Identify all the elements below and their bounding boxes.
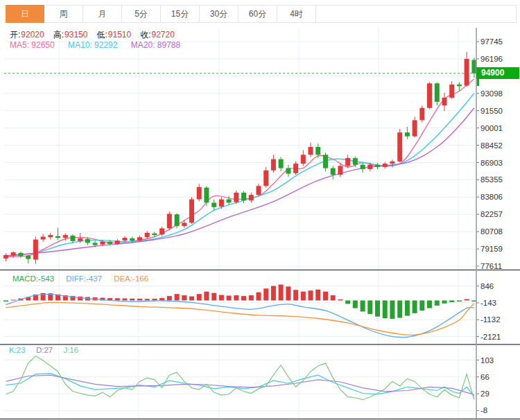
k-value: K:23 <box>9 346 26 354</box>
tab-monthly[interactable]: 月 <box>83 5 122 23</box>
svg-text:93098: 93098 <box>480 89 503 98</box>
tab-60min[interactable]: 60分 <box>239 5 277 23</box>
j-value: J:16 <box>63 346 78 354</box>
tab-15min[interactable]: 15分 <box>161 5 200 23</box>
ma10-value: MA10: 92292 <box>68 40 117 50</box>
svg-text:88452: 88452 <box>480 141 503 150</box>
ma-readout: MA5: 92650 MA10: 92292 MA20: 89788 <box>10 40 191 50</box>
d-value: D:27 <box>36 346 53 354</box>
timeframe-tabbar: 日 周 月 5分 15分 30分 60分 4时 <box>6 5 517 23</box>
svg-text:-2121: -2121 <box>480 333 501 341</box>
svg-text:97745: 97745 <box>480 37 503 46</box>
tab-daily[interactable]: 日 <box>6 5 44 23</box>
svg-text:91550: 91550 <box>480 107 503 115</box>
svg-text:-1132: -1132 <box>480 315 501 324</box>
svg-text:846: 846 <box>480 282 494 290</box>
high-value: 93150 <box>64 30 87 40</box>
svg-text:29: 29 <box>480 390 489 398</box>
open-label: 开: <box>10 30 20 40</box>
diff-value: DIFF:-437 <box>66 274 102 283</box>
svg-text:82257: 82257 <box>480 210 503 218</box>
low-value: 91510 <box>108 30 131 40</box>
macd-value: MACD:-543 <box>12 274 54 283</box>
svg-text:83806: 83806 <box>480 193 503 201</box>
svg-text:90001: 90001 <box>480 124 503 132</box>
svg-text:96196: 96196 <box>480 55 503 63</box>
svg-text:80708: 80708 <box>480 227 503 236</box>
svg-text:-8: -8 <box>480 406 487 414</box>
svg-text:86903: 86903 <box>480 159 503 167</box>
tab-30min[interactable]: 30分 <box>200 5 239 23</box>
svg-text:77611: 77611 <box>480 262 502 270</box>
ma20-value: MA20: 89788 <box>131 40 180 50</box>
svg-text:79159: 79159 <box>480 245 503 253</box>
low-label: 低: <box>96 30 107 40</box>
chart-canvas: 9774596196946479309891550900018845286903… <box>0 0 520 420</box>
tab-5min[interactable]: 5分 <box>122 5 161 23</box>
tab-weekly[interactable]: 周 <box>44 5 83 23</box>
ohlc-readout: 开:92020高:93150低:91510收:92720 <box>10 29 184 41</box>
trading-chart-app: 9774596196946479309891550900018845286903… <box>0 0 520 420</box>
macd-readout: MACD:-543 DIFF:-437 DEA:-166 <box>12 274 158 283</box>
close-label: 收: <box>140 30 150 40</box>
high-label: 高: <box>53 30 64 40</box>
current-price-tag: 94900 <box>476 67 519 79</box>
dea-value: DEA:-166 <box>114 274 148 283</box>
ma5-value: MA5: 92650 <box>10 40 55 50</box>
tab-4hour[interactable]: 4时 <box>277 5 316 23</box>
tabbar-filler <box>316 5 517 23</box>
svg-text:103: 103 <box>480 356 494 365</box>
open-value: 92020 <box>21 30 44 40</box>
svg-text:-143: -143 <box>480 299 496 307</box>
kdj-readout: K:23 D:27 J:16 <box>9 346 87 354</box>
svg-text:85355: 85355 <box>480 175 503 184</box>
close-value: 92720 <box>152 30 175 40</box>
svg-text:66: 66 <box>480 373 489 381</box>
